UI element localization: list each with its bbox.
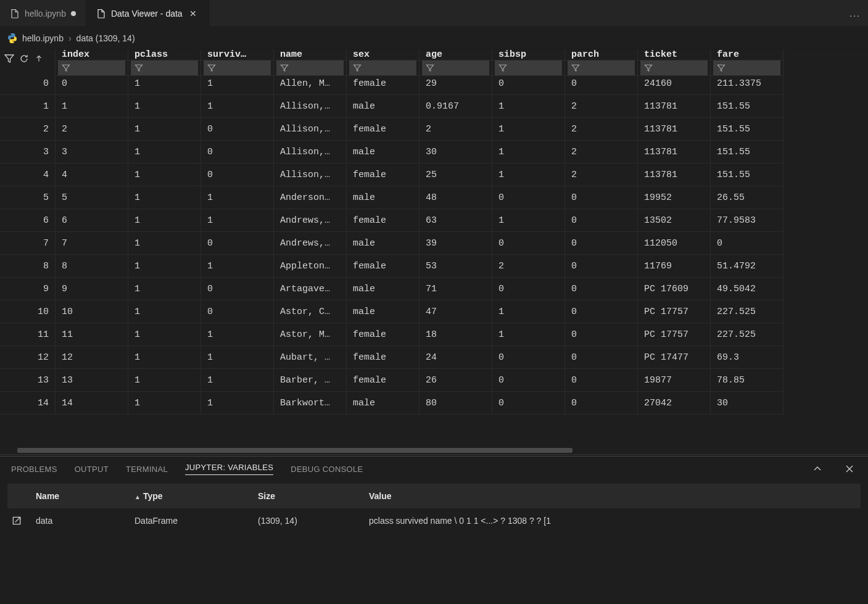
horizontal-scrollbar[interactable] (0, 447, 868, 454)
table-row[interactable]: 1111Allison,…male0.916712113781151.55 (0, 95, 868, 118)
column-header-pclass[interactable]: pclass (128, 49, 201, 60)
cell[interactable]: 1 (128, 255, 201, 278)
cell[interactable]: Allison,… (274, 163, 347, 186)
panel-tab-jupyter-variables[interactable]: JUPYTER: VARIABLES (185, 463, 273, 475)
cell[interactable]: 0 (565, 323, 638, 346)
cell[interactable]: 0 (201, 141, 274, 163)
cell[interactable]: 211.3375 (711, 72, 783, 95)
cell[interactable]: Appleton… (274, 255, 347, 278)
cell[interactable]: 13 (56, 369, 128, 392)
cell[interactable]: Allen, M… (274, 72, 347, 95)
chevron-up-icon[interactable] (810, 464, 825, 474)
cell[interactable]: 113781 (638, 95, 711, 118)
panel-tab-output[interactable]: OUTPUT (75, 465, 109, 474)
cell[interactable]: 0 (711, 232, 783, 255)
cell[interactable]: 0 (201, 232, 274, 255)
cell[interactable]: PC 17757 (638, 300, 711, 323)
cell[interactable]: 78.85 (711, 369, 783, 392)
cell[interactable]: 30 (420, 141, 492, 163)
cell[interactable]: 1 (492, 323, 565, 346)
cell[interactable]: 0 (565, 72, 638, 95)
column-header-sibsp[interactable]: sibsp (492, 49, 565, 60)
cell[interactable]: male (347, 95, 420, 118)
filter-icon[interactable] (4, 53, 15, 64)
column-header-fare[interactable]: fare (711, 49, 783, 60)
cell[interactable]: 0 (565, 209, 638, 232)
cell[interactable]: 0 (565, 186, 638, 209)
arrow-up-icon[interactable] (33, 53, 44, 64)
cell[interactable]: 13502 (638, 209, 711, 232)
cell[interactable]: 1 (128, 300, 201, 323)
cell[interactable]: 0 (492, 186, 565, 209)
cell[interactable]: 1 (128, 209, 201, 232)
cell[interactable]: male (347, 392, 420, 415)
cell[interactable]: 1 (492, 209, 565, 232)
table-row[interactable]: 131311Barber, …female26001987778.85 (0, 369, 868, 392)
cell[interactable]: 71 (420, 278, 492, 300)
cell[interactable]: 18 (420, 323, 492, 346)
cell[interactable]: 113781 (638, 163, 711, 186)
cell[interactable]: 2 (565, 163, 638, 186)
cell[interactable]: 1 (128, 141, 201, 163)
cell[interactable]: 80 (420, 392, 492, 415)
col-size[interactable]: Size (258, 491, 369, 501)
cell[interactable]: 227.525 (711, 323, 783, 346)
cell[interactable]: Anderson… (274, 186, 347, 209)
cell[interactable]: 113781 (638, 141, 711, 163)
variable-row[interactable]: data DataFrame (1309, 14) pclass survive… (7, 508, 861, 533)
cell[interactable]: 151.55 (711, 141, 783, 163)
tab-data-viewer[interactable]: Data Viewer - data ✕ (86, 0, 209, 27)
refresh-icon[interactable] (19, 53, 30, 64)
cell[interactable]: 1 (201, 346, 274, 369)
cell[interactable]: 1 (128, 346, 201, 369)
column-header-index[interactable]: index (56, 49, 128, 60)
cell[interactable]: 1 (128, 118, 201, 141)
cell[interactable]: 12 (56, 346, 128, 369)
cell[interactable]: 0 (565, 392, 638, 415)
col-type[interactable]: Type (134, 491, 258, 501)
cell[interactable]: female (347, 163, 420, 186)
cell[interactable]: 1 (201, 95, 274, 118)
cell[interactable]: female (347, 255, 420, 278)
col-value[interactable]: Value (369, 491, 857, 501)
panel-tab-problems[interactable]: PROBLEMS (11, 465, 57, 474)
cell[interactable]: 11769 (638, 255, 711, 278)
cell[interactable]: Barber, … (274, 369, 347, 392)
cell[interactable]: female (347, 209, 420, 232)
cell[interactable]: Andrews,… (274, 232, 347, 255)
cell[interactable]: 27042 (638, 392, 711, 415)
cell[interactable]: 39 (420, 232, 492, 255)
column-header-surviv[interactable]: surviv… (201, 49, 274, 60)
cell[interactable]: PC 17757 (638, 323, 711, 346)
cell[interactable]: 4 (56, 163, 128, 186)
cell[interactable]: 2 (492, 255, 565, 278)
cell[interactable]: 1 (128, 323, 201, 346)
cell[interactable]: female (347, 118, 420, 141)
column-header-parch[interactable]: parch (565, 49, 638, 60)
cell[interactable]: 1 (128, 278, 201, 300)
cell[interactable]: 151.55 (711, 118, 783, 141)
cell[interactable]: 6 (56, 209, 128, 232)
cell[interactable]: 113781 (638, 118, 711, 141)
cell[interactable]: 0 (56, 72, 128, 95)
cell[interactable]: 2 (56, 118, 128, 141)
data-body[interactable]: 0011Allen, M…female290024160211.33751111… (0, 72, 868, 447)
cell[interactable]: PC 17477 (638, 346, 711, 369)
cell[interactable]: 1 (201, 392, 274, 415)
cell[interactable]: 1 (201, 255, 274, 278)
cell[interactable]: 53 (420, 255, 492, 278)
cell[interactable]: 2 (565, 141, 638, 163)
cell[interactable]: 49.5042 (711, 278, 783, 300)
cell[interactable]: 151.55 (711, 163, 783, 186)
cell[interactable]: 0 (565, 346, 638, 369)
cell[interactable]: female (347, 323, 420, 346)
column-header-sex[interactable]: sex (347, 49, 420, 60)
cell[interactable]: Artagave… (274, 278, 347, 300)
column-header-age[interactable]: age (420, 49, 492, 60)
breadcrumb-file[interactable]: hello.ipynb (22, 33, 64, 43)
cell[interactable]: 1 (128, 392, 201, 415)
table-row[interactable]: 7710Andrews,…male39001120500 (0, 232, 868, 255)
table-row[interactable]: 4410Allison,…female2512113781151.55 (0, 163, 868, 186)
cell[interactable]: 26.55 (711, 186, 783, 209)
cell[interactable]: Astor, C… (274, 300, 347, 323)
